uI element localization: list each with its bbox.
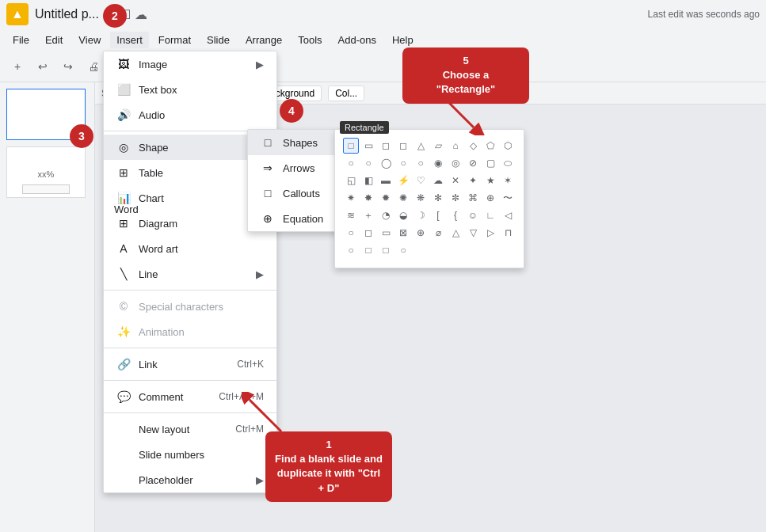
menu-slide-numbers[interactable]: Slide numbers xyxy=(104,442,276,467)
menu-addons[interactable]: Add-ons xyxy=(332,32,383,48)
shape-heptagon[interactable]: ○ xyxy=(343,155,359,171)
shape-sym1[interactable]: ∟ xyxy=(482,207,498,223)
shape-icon: ◎ xyxy=(116,140,131,154)
shape-star7[interactable]: ✷ xyxy=(343,190,359,206)
shape-h4[interactable]: ○ xyxy=(395,242,411,258)
shape-hexagon[interactable]: ⬡ xyxy=(500,138,516,154)
menu-view[interactable]: View xyxy=(72,32,107,48)
menu-audio[interactable]: 🔊 Audio xyxy=(104,102,276,127)
shape-h3[interactable]: □ xyxy=(378,242,394,258)
shape-smiley[interactable]: ☺ xyxy=(465,207,481,223)
shape-octagon[interactable]: ○ xyxy=(360,155,376,171)
divider-4 xyxy=(104,380,276,381)
shape-fold[interactable]: ▬ xyxy=(378,173,394,188)
menu-edit[interactable]: Edit xyxy=(39,32,69,48)
shape-cloud[interactable]: ☁ xyxy=(430,173,446,188)
shapes-row-2: ○ ○ ◯ ○ ○ ◉ ◎ ⊘ ▢ ⬭ xyxy=(343,155,516,171)
color-button[interactable]: Col... xyxy=(328,86,364,101)
menu-insert[interactable]: Insert xyxy=(110,32,149,48)
menu-arrange[interactable]: Arrange xyxy=(239,32,288,48)
shape-parallelogram[interactable]: ▱ xyxy=(430,138,446,154)
shape-star24[interactable]: ✻ xyxy=(430,190,446,206)
shape-g1[interactable]: ○ xyxy=(343,225,359,241)
submenu-equation-label: Equation xyxy=(283,213,323,225)
shape-bracket[interactable]: [ xyxy=(430,207,446,223)
menu-format[interactable]: Format xyxy=(152,32,197,48)
step-4-number: 4 xyxy=(288,104,295,117)
shape-cube[interactable]: ◱ xyxy=(343,173,359,188)
menu-file[interactable]: File xyxy=(6,32,36,48)
shape-star16[interactable]: ❋ xyxy=(413,190,429,206)
shape-oval[interactable]: ○ xyxy=(413,155,429,171)
shape-star6[interactable]: ✶ xyxy=(500,173,516,188)
shape-g6[interactable]: ⌀ xyxy=(430,225,446,241)
shape-plus[interactable]: ＋ xyxy=(360,207,376,223)
menu-help[interactable]: Help xyxy=(386,32,420,48)
menu-link[interactable]: 🔗 Link Ctrl+K xyxy=(104,352,276,377)
shapes-panel: □ Rectangle ▭ ◻ ◻ △ ▱ ⌂ ◇ ⬠ ⬡ ○ ○ ◯ ○ ○ … xyxy=(334,129,524,268)
shape-plaque[interactable]: ▢ xyxy=(482,155,498,171)
shape-donut[interactable]: ◎ xyxy=(448,155,463,171)
menu-image[interactable]: 🖼 Image ▶ xyxy=(104,51,276,77)
add-button[interactable]: + xyxy=(6,55,29,78)
shape-star32[interactable]: ✼ xyxy=(448,190,463,206)
shape-moon[interactable]: ☽ xyxy=(413,207,429,223)
shape-lightning[interactable]: ⚡ xyxy=(395,173,411,188)
shape-sym2[interactable]: ◁ xyxy=(500,207,516,223)
slide-thumb-2[interactable]: 2 xx% xyxy=(6,146,86,198)
svg-line-2 xyxy=(250,400,281,431)
menu-wordart-label: Word art xyxy=(139,243,178,255)
shape-g5[interactable]: ⊕ xyxy=(413,225,429,241)
shape-snip-rect[interactable]: ◻ xyxy=(378,138,394,154)
shape-h1[interactable]: ○ xyxy=(343,242,359,258)
shape-star5[interactable]: ★ xyxy=(482,173,498,188)
shape-g10[interactable]: ⊓ xyxy=(500,225,516,241)
shape-pie[interactable]: ◔ xyxy=(378,207,394,223)
undo-button[interactable]: ↩ xyxy=(32,55,54,78)
shape-block-arc[interactable]: ◉ xyxy=(430,155,446,171)
shape-heart[interactable]: ♡ xyxy=(413,173,429,188)
menu-slide[interactable]: Slide xyxy=(200,32,236,48)
shape-g9[interactable]: ▷ xyxy=(482,225,498,241)
print-button[interactable]: 🖨 xyxy=(82,55,105,78)
shape-g7[interactable]: △ xyxy=(448,225,463,241)
line-arrow: ▶ xyxy=(256,268,264,280)
shape-brace[interactable]: { xyxy=(448,207,463,223)
redo-button[interactable]: ↪ xyxy=(57,55,79,78)
shape-g4[interactable]: ⊠ xyxy=(395,225,411,241)
shape-no-smoking[interactable]: ⊘ xyxy=(465,155,481,171)
shape-g3[interactable]: ▭ xyxy=(378,225,394,241)
shape-rect[interactable]: □ Rectangle xyxy=(343,138,359,154)
menu-wordart[interactable]: A Word art xyxy=(104,236,276,261)
menu-textbox[interactable]: ⬜ Text box xyxy=(104,77,276,102)
shape-diamond[interactable]: ◇ xyxy=(465,138,481,154)
menu-shape-label: Shape xyxy=(139,142,169,154)
shape-g8[interactable]: ▽ xyxy=(465,225,481,241)
shape-star8[interactable]: ✸ xyxy=(360,190,376,206)
shape-h2[interactable]: □ xyxy=(360,242,376,258)
shape-star12[interactable]: ✺ xyxy=(395,190,411,206)
shape-star10[interactable]: ✹ xyxy=(378,190,394,206)
shape-circle[interactable]: ○ xyxy=(395,155,411,171)
textbox-icon: ⬜ xyxy=(116,82,131,97)
shape-bevel[interactable]: ◧ xyxy=(360,173,376,188)
shape-chord[interactable]: ◒ xyxy=(395,207,411,223)
shape-g2[interactable]: ◻ xyxy=(360,225,376,241)
shape-trapezoid[interactable]: ⌂ xyxy=(448,138,463,154)
shape-round-rect[interactable]: ▭ xyxy=(360,138,376,154)
menu-tools[interactable]: Tools xyxy=(292,32,328,48)
menu-line[interactable]: ╲ Line ▶ xyxy=(104,261,276,287)
menu-placeholder[interactable]: Placeholder ▶ xyxy=(104,467,276,492)
shape-ribbon2[interactable]: ⊕ xyxy=(482,190,498,206)
menu-chart-label: Chart xyxy=(139,192,164,204)
shape-pentagon[interactable]: ⬠ xyxy=(482,138,498,154)
shape-snip2-rect[interactable]: ◻ xyxy=(395,138,411,154)
shape-cross[interactable]: ✕ xyxy=(448,173,463,188)
shape-star4[interactable]: ✦ xyxy=(465,173,481,188)
shape-triangle[interactable]: △ xyxy=(413,138,429,154)
shape-wave[interactable]: 〜 xyxy=(500,190,516,206)
shape-ribbon1[interactable]: ⌘ xyxy=(465,190,481,206)
shape-can[interactable]: ⬭ xyxy=(500,155,516,171)
shape-dbl-wave[interactable]: ≋ xyxy=(343,207,359,223)
shape-decagon[interactable]: ◯ xyxy=(378,155,394,171)
